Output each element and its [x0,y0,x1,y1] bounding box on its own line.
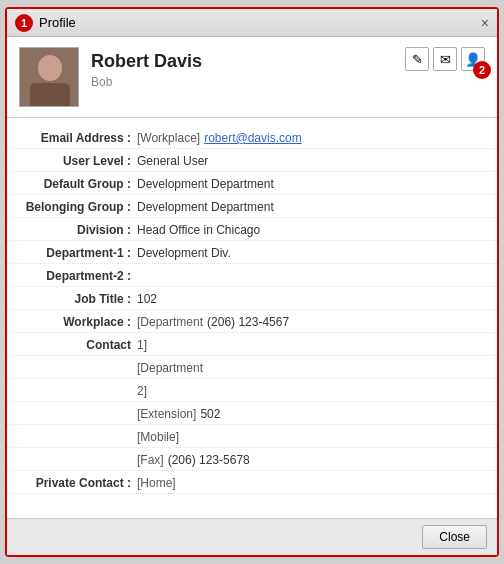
contact-tag-1: 1] [137,338,147,352]
fax-tag: [Fax] [137,453,164,467]
contact-tag-3: 2] [137,384,147,398]
field-contact-mobile: [Mobile] [7,425,497,448]
svg-rect-3 [30,83,70,107]
window-title: Profile [39,15,76,30]
value-default-group: Development Department [137,175,487,191]
label-workplace: Workplace : [7,313,137,329]
division-text: Head Office in Chicago [137,223,260,237]
job-title-text: 102 [137,292,157,306]
field-email: Email Address : [Workplace] robert@davis… [7,126,497,149]
fax-value: (206) 123-5678 [168,453,250,467]
value-department1: Development Div. [137,244,487,260]
close-button[interactable]: Close [422,525,487,549]
contact-tag-2: [Department [137,361,203,375]
title-bar: 1 Profile × [7,9,497,37]
value-contact-mobile: [Mobile] [137,428,487,444]
field-user-level: User Level : General User [7,149,497,172]
footer: Close [7,518,497,555]
label-contact-ext [7,405,137,407]
edit-icon: ✎ [412,52,423,67]
default-group-text: Development Department [137,177,274,191]
private-contact-tag: [Home] [137,476,176,490]
field-department1: Department-1 : Development Div. [7,241,497,264]
extension-tag: [Extension] [137,407,196,421]
label-job-title: Job Title : [7,290,137,306]
avatar [19,47,79,107]
label-contact-mobile [7,428,137,430]
field-division: Division : Head Office in Chicago [7,218,497,241]
value-user-level: General User [137,152,487,168]
label-belonging-group: Belonging Group : [7,198,137,214]
field-contact-fax: [Fax] (206) 123-5678 [7,448,497,471]
label-contact-3 [7,382,137,384]
value-belonging-group: Development Department [137,198,487,214]
svg-point-1 [38,55,62,81]
field-contact-1: Contact 1] [7,333,497,356]
value-contact-2: [Department [137,359,487,375]
label-contact: Contact [7,336,137,352]
field-contact-extension: [Extension] 502 [7,402,497,425]
value-email: [Workplace] robert@davis.com [137,129,487,145]
value-contact-1: 1] [137,336,487,352]
field-contact-2: [Department [7,356,497,379]
profile-header: Robert Davis Bob ✎ ✉ 👤 2 [7,37,497,118]
header-icons: ✎ ✉ 👤 2 [405,47,485,71]
email-button[interactable]: ✉ [433,47,457,71]
field-job-title: Job Title : 102 [7,287,497,310]
title-bar-left: 1 Profile [15,14,76,32]
value-private-contact: [Home] [137,474,487,490]
field-contact-3: 2] [7,379,497,402]
email-tag: [Workplace] [137,131,200,145]
value-division: Head Office in Chicago [137,221,487,237]
field-default-group: Default Group : Development Department [7,172,497,195]
person-name: Robert Davis [91,51,202,72]
label-contact-fax [7,451,137,453]
badge-2: 2 [473,61,491,79]
value-contact-extension: [Extension] 502 [137,405,487,421]
value-workplace: [Department (206) 123-4567 [137,313,487,329]
email-icon: ✉ [440,52,451,67]
label-division: Division : [7,221,137,237]
label-user-level: User Level : [7,152,137,168]
label-department1: Department-1 : [7,244,137,260]
content-area[interactable]: Email Address : [Workplace] robert@davis… [7,118,497,518]
extension-value: 502 [200,407,220,421]
value-department2 [137,267,487,269]
field-workplace: Workplace : [Department (206) 123-4567 [7,310,497,333]
label-contact-2 [7,359,137,361]
label-department2: Department-2 : [7,267,137,283]
workplace-tag1: [Department [137,315,203,329]
label-private-contact: Private Contact : [7,474,137,490]
person-nickname: Bob [91,75,202,89]
label-email: Email Address : [7,129,137,145]
badge-1: 1 [15,14,33,32]
header-left: Robert Davis Bob [19,47,202,107]
value-contact-3: 2] [137,382,487,398]
mobile-tag: [Mobile] [137,430,179,444]
field-department2: Department-2 : [7,264,497,287]
label-default-group: Default Group : [7,175,137,191]
value-job-title: 102 [137,290,487,306]
close-x-button[interactable]: × [481,15,489,31]
profile-window: 1 Profile × Robert Davis Bob [5,7,499,557]
belonging-group-text: Development Department [137,200,274,214]
field-private-contact: Private Contact : [Home] [7,471,497,494]
department1-text: Development Div. [137,246,231,260]
value-contact-fax: [Fax] (206) 123-5678 [137,451,487,467]
edit-button[interactable]: ✎ [405,47,429,71]
workplace-phone1: (206) 123-4567 [207,315,289,329]
field-belonging-group: Belonging Group : Development Department [7,195,497,218]
user-level-text: General User [137,154,208,168]
name-section: Robert Davis Bob [91,47,202,89]
email-link[interactable]: robert@davis.com [204,131,302,145]
